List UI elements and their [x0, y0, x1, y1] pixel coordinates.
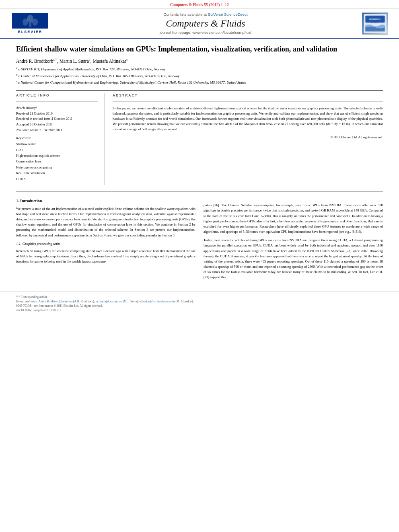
svg-rect-4 [29, 23, 31, 27]
svg-point-3 [32, 18, 38, 26]
abstract-col: ABSTRACT In this paper, we present an ef… [113, 93, 383, 185]
main-content: Efficient shallow water simulations on G… [0, 39, 399, 292]
accepted-line: Accepted 16 October 2011 [16, 122, 98, 127]
article-history-block: Article history: Received 21 October 201… [16, 106, 98, 133]
history-label: Article history: [16, 106, 98, 110]
email-1[interactable]: Andre.Brodtkorb@sintef.no [39, 300, 72, 303]
author-1: André R. Brodtkorb [16, 59, 53, 64]
sciverse-link[interactable]: SciVerse ScienceDirect [208, 12, 248, 16]
body-col-right: puters [36]. The Chinese Nebulae superco… [204, 194, 383, 283]
top-bar: Computers & Fluids 55 (2012) 1–12 [0, 0, 399, 9]
received-line: Received 21 October 2010 [16, 111, 98, 117]
corresponding-author-note: * * Corresponding author. [16, 295, 383, 299]
body-content: 1. Introduction We present a state-of-th… [16, 194, 383, 283]
sciverse-line: Contents lists available at SciVerse Sci… [56, 12, 355, 16]
article-info-abstract-area: ARTICLE INFO Article history: Received 2… [16, 93, 383, 185]
elsevier-logo-box [12, 13, 48, 29]
subsection-1-1-title: 1.1. Graphics processing units [16, 241, 195, 247]
journal-title: Computers & Fluids [56, 18, 355, 29]
email-line: E-mail addresses: Andre.Brodtkorb@sintef… [16, 300, 383, 303]
corresponding-author-text: * Corresponding author. [19, 295, 48, 299]
body-right-para-2: Today, most scientific articles utilizin… [204, 238, 383, 280]
email-3[interactable]: altinakar@ncche.olemiss.edu [139, 300, 175, 303]
svg-point-2 [23, 18, 28, 26]
divider-thick [16, 90, 383, 91]
email-2[interactable]: m.l.satra@cma.uio.no [95, 300, 122, 303]
author-1-sup: a,* [53, 58, 57, 62]
svg-text:& fluids: & fluids [371, 21, 378, 24]
publisher-logo-area: ELSEVIER [8, 13, 52, 34]
section-1-title: 1. Introduction [16, 198, 195, 204]
affil-2: b b Center of Mathematics for Applicatio… [16, 73, 383, 79]
keyword-7: CUDA [16, 176, 98, 182]
asterisk-symbol: * [16, 295, 18, 299]
keyword-6: Real-time simulation [16, 170, 98, 176]
keywords-block: Keywords: Shallow water GPU High-resolut… [16, 136, 98, 182]
divider-info [16, 101, 98, 102]
affil-1: a a SINTEF ICT, Department of Applied Ma… [16, 66, 383, 72]
journal-citation: Computers & Fluids 55 (2012) 1–12 [170, 2, 229, 7]
journal-thumbnail: computers & fluids [362, 12, 388, 35]
keyword-5: Heterogeneous computing [16, 164, 98, 170]
journal-thumb-area: computers & fluids [359, 12, 391, 35]
abstract-text: In this paper, we present an efficient i… [113, 106, 383, 132]
author-2: Martin L. Sætra [60, 59, 89, 64]
keyword-4: Conservation laws [16, 158, 98, 164]
body-right-para-1: puters [36]. The Chinese Nebulae superco… [204, 203, 383, 234]
article-info-header: ARTICLE INFO [16, 93, 98, 97]
copyright-line: © 2011 Elsevier Ltd. All rights reserved… [113, 136, 383, 139]
author-3: Mustafa Altinakar [93, 59, 126, 64]
page-footer: * * Corresponding author. E-mail address… [0, 292, 399, 314]
affiliations: a a SINTEF ICT, Department of Applied Ma… [16, 66, 383, 86]
email-label: E-mail addresses: [16, 300, 38, 303]
author-2-sup: b [89, 58, 90, 62]
authors-line: André R. Brodtkorba,*, Martin L. Sætrab,… [16, 58, 383, 64]
elsevier-text: ELSEVIER [18, 30, 43, 34]
divider-abstract [113, 101, 383, 102]
sub-para-1: Research on using GPUs for scientific co… [16, 249, 195, 265]
intro-para-1: We present a state-of-the-art implementa… [16, 206, 195, 238]
journal-header-center: Contents lists available at SciVerse Sci… [56, 12, 355, 35]
affil-3: c c National Center for Computational Hy… [16, 79, 383, 86]
journal-homepage: journal homepage: www.elsevier.com/locat… [56, 30, 355, 35]
keyword-3: High-resolution explicit scheme [16, 153, 98, 158]
article-title: Efficient shallow water simulations on G… [16, 45, 383, 54]
email-values: Andre.Brodtkorb@sintef.no (A.R. Brodtkor… [39, 300, 194, 303]
abstract-header: ABSTRACT [113, 93, 383, 97]
available-line: Available online 31 October 2011 [16, 127, 98, 133]
issn-line: 0045-7930/$ - see front matter © 2011 El… [16, 304, 383, 308]
author-3-sup: c [126, 58, 128, 62]
keyword-1: Shallow water [16, 141, 98, 147]
journal-header: ELSEVIER Contents lists available at Sci… [0, 9, 399, 39]
doi-line: doi:10.1016/j.compfluid.2011.10.012 [16, 308, 383, 312]
article-info-col: ARTICLE INFO Article history: Received 2… [16, 93, 105, 185]
svg-text:computers: computers [369, 17, 380, 20]
divider-body [16, 191, 383, 191]
keywords-label: Keywords: [16, 136, 98, 140]
revised-line: Received in revised form 4 October 2011 [16, 116, 98, 122]
body-col-left: 1. Introduction We present a state-of-th… [16, 194, 195, 283]
keyword-2: GPU [16, 147, 98, 153]
